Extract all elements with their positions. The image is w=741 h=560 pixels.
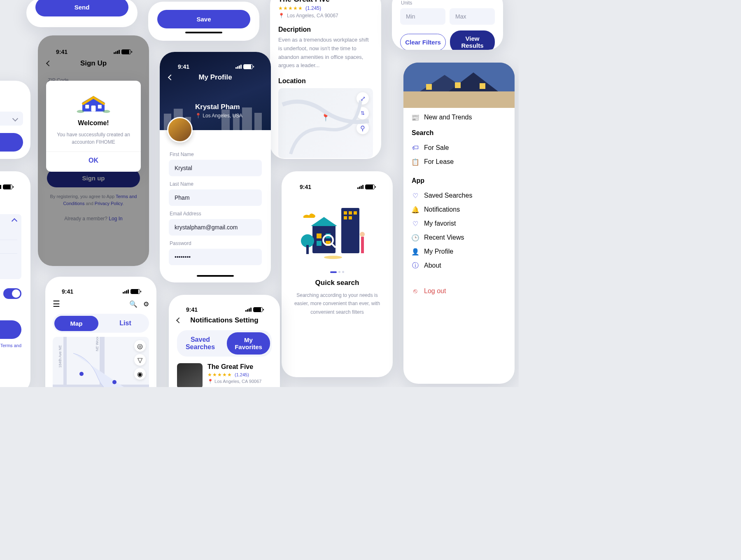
svg-rect-14 (349, 211, 352, 215)
pin-icon: 📍 (207, 379, 213, 384)
description-text: Even as a tremendous workplace shift is … (278, 36, 373, 70)
status-time: 9:41 (178, 63, 189, 70)
welcome-title: Welcome! (54, 119, 133, 127)
email-input[interactable]: krystalpham@gmail.com (169, 219, 262, 236)
save-button[interactable]: Save (157, 10, 250, 28)
svg-rect-36 (480, 83, 485, 89)
menu-item-about[interactable]: ⓘAbout (412, 259, 506, 273)
menu-item-news[interactable]: 📰New and Trends (412, 114, 506, 121)
terms-link[interactable]: Terms and (0, 343, 21, 348)
welcome-modal: Welcome! You have successfully created a… (46, 81, 141, 172)
country-picker[interactable]: Vatican City Venezuela Developer Wallis … (0, 214, 21, 279)
detail-title: The Great Five (278, 0, 373, 4)
send-button[interactable]: Send (35, 0, 128, 16)
news-icon: 📰 (412, 114, 419, 121)
menu-item-forsale[interactable]: 🏷For Sale (412, 141, 506, 155)
avatar[interactable] (167, 117, 193, 142)
view-results-button[interactable]: View Results (0, 133, 23, 152)
svg-point-37 (79, 372, 84, 376)
svg-rect-17 (349, 216, 352, 219)
target-icon[interactable]: ◉ (134, 368, 146, 380)
seg-list[interactable]: List (103, 315, 147, 331)
user-icon: 👤 (412, 248, 419, 255)
clear-filters-button[interactable]: Clear Filters (400, 34, 446, 50)
email-label: Email Address (170, 211, 261, 217)
page-dot[interactable] (342, 271, 344, 273)
menu-item-profile[interactable]: 👤My Profile (412, 245, 506, 259)
description-heading: Decription (278, 26, 373, 33)
menu-icon[interactable]: ☰ (53, 299, 60, 309)
item-rating: (1.245) (235, 372, 249, 377)
ok-button[interactable]: OK (89, 157, 98, 164)
svg-rect-8 (221, 110, 230, 130)
first-name-input[interactable]: Krystal (169, 160, 262, 176)
locate-icon[interactable]: ◎ (134, 340, 146, 352)
info-icon: ⓘ (412, 262, 419, 269)
road-label: NE Woodinville Duvall Rd (95, 337, 99, 351)
item-location: Los Angeles, CA 90067 (214, 379, 261, 384)
menu-item-logout[interactable]: ⎋Log out (412, 284, 506, 298)
back-icon[interactable] (176, 317, 182, 323)
forlease-icon: 📋 (412, 158, 419, 166)
country-option[interactable]: Venezuela (0, 228, 17, 240)
svg-rect-34 (426, 84, 432, 90)
heart-icon: ♡ (412, 220, 419, 227)
country-option[interactable]: Yemen (0, 265, 17, 277)
svg-point-4 (103, 110, 110, 113)
first-name-label: First Name (170, 152, 261, 157)
page-title: Sign Up (0, 194, 21, 203)
notification-item[interactable]: The Great Five ★★★★★ (1.245) 📍 Los Angel… (177, 363, 272, 387)
svg-rect-9 (233, 114, 240, 130)
signup-button[interactable]: Sign up (0, 320, 21, 339)
onboarding-body: Searching according to your needs is eas… (291, 291, 384, 316)
svg-rect-35 (455, 82, 461, 88)
svg-point-39 (112, 380, 117, 384)
seg-map[interactable]: Map (54, 316, 98, 331)
menu-item-recent[interactable]: 🕒Recent Views (412, 231, 506, 245)
pin-icon: 📍 (278, 13, 284, 19)
welcome-body: You have successfully created an account… (54, 131, 133, 146)
home-indicator (197, 275, 234, 277)
svg-rect-24 (306, 245, 309, 254)
svg-rect-10 (242, 107, 252, 130)
back-icon[interactable] (168, 75, 174, 80)
location-heading: Location (278, 77, 373, 85)
page-dot-active (330, 271, 337, 273)
menu-hero (403, 63, 515, 108)
forsale-icon: 🏷 (412, 144, 419, 152)
menu-item-saved[interactable]: ♡Saved Searches (412, 189, 506, 203)
compass-icon[interactable]: ▽ (134, 354, 146, 366)
tab-my-favorites[interactable]: My Favorites (227, 332, 270, 355)
page-dot[interactable] (338, 271, 340, 273)
min-input[interactable]: Min (400, 8, 445, 25)
tab-saved-searches[interactable]: Saved Searches (179, 332, 222, 355)
filter-icon[interactable]: ⚙ (143, 300, 149, 308)
menu-item-favorites[interactable]: ♡My favorist (412, 217, 506, 231)
menu-item-notifications[interactable]: 🔔Notifications (412, 203, 506, 217)
search-map[interactable]: NE Woodinville Duvall Rd NE 184th Pl 184… (53, 337, 149, 387)
updates-toggle[interactable] (3, 288, 21, 299)
svg-rect-15 (354, 211, 357, 215)
menu-item-forlease[interactable]: 📋For Lease (412, 155, 506, 169)
svg-rect-19 (317, 233, 322, 238)
country-option-selected[interactable]: Developer (0, 240, 17, 254)
heart-icon: ♡ (412, 192, 419, 199)
svg-rect-11 (254, 113, 262, 130)
view-results-button[interactable]: View Results (450, 30, 495, 50)
svg-rect-21 (317, 241, 322, 246)
location-map[interactable]: ⤢ ⇅ ⚲ 📍 (278, 88, 373, 158)
svg-rect-33 (403, 91, 515, 108)
svg-rect-12 (341, 208, 359, 253)
max-input[interactable]: Max (450, 8, 495, 25)
home-indicator (185, 32, 222, 33)
svg-rect-13 (344, 211, 347, 215)
star-icon: ★★★★★ (278, 5, 303, 11)
item-title: The Great Five (207, 363, 272, 371)
last-name-input[interactable]: Pham (169, 189, 262, 206)
password-input[interactable]: •••••••• (169, 249, 262, 265)
search-icon[interactable]: 🔍 (129, 300, 137, 308)
dropdown[interactable] (0, 112, 23, 126)
svg-rect-16 (344, 216, 347, 219)
menu-section-search: Search (412, 129, 506, 137)
country-option[interactable]: Wallis Islands (0, 254, 17, 265)
